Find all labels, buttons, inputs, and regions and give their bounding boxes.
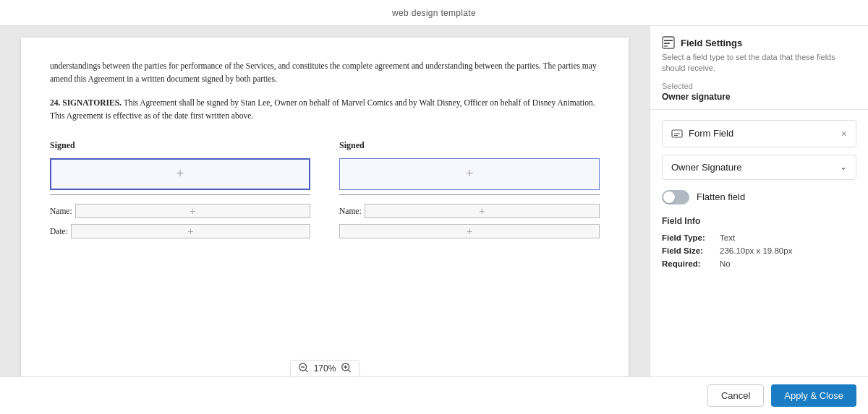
top-bar: web design template (0, 0, 868, 26)
doc-paragraph-1: understandings between the parties for p… (50, 59, 600, 86)
cancel-button[interactable]: Cancel (707, 384, 764, 407)
flatten-field-toggle[interactable] (662, 190, 689, 204)
sig-underline-1 (50, 194, 310, 195)
signature-block-2: Signed + Name: + + (339, 140, 600, 244)
zoom-controls: 170% (290, 360, 360, 376)
svg-line-6 (348, 370, 350, 372)
field-info-table: Field Type: Text Field Size: 236.10px x … (662, 233, 856, 268)
sig-underline-2 (339, 194, 600, 195)
field-type-key: Field Type: (662, 233, 720, 242)
field-size-key: Field Size: (662, 246, 720, 255)
flatten-field-label: Flatten field (697, 191, 745, 202)
plus-icon-name-1: + (190, 205, 195, 217)
field-type-value: Text (720, 233, 735, 242)
zoom-in-button[interactable] (339, 362, 353, 375)
flatten-field-toggle-row: Flatten field (662, 190, 856, 204)
date-field-row-2: + (339, 224, 600, 238)
zoom-level: 170% (314, 363, 336, 374)
dropdown-value: Owner Signature (671, 162, 742, 173)
name-label-2: Name: (339, 207, 362, 215)
svg-rect-10 (664, 46, 668, 47)
plus-icon-2: + (466, 166, 474, 181)
chevron-down-icon: ⌄ (840, 162, 847, 172)
document-area: understandings between the parties for p… (0, 26, 650, 376)
field-type-row: Field Type: Text (662, 233, 856, 242)
plus-icon-1: + (176, 166, 184, 181)
form-field-card: Form Field × (662, 120, 856, 147)
panel-header-row: Field Settings (662, 36, 856, 49)
zoom-in-icon (341, 363, 351, 373)
form-field-close-button[interactable]: × (841, 129, 847, 139)
owner-signature-dropdown[interactable]: Owner Signature ⌄ (662, 155, 856, 180)
panel-title: Field Settings (681, 38, 742, 48)
signed-label-1: Signed (50, 140, 310, 151)
form-field-label: Form Field (689, 128, 733, 139)
date-field-row-1: Date: + (50, 224, 310, 238)
panel-body: Form Field × Owner Signature ⌄ Flatten f… (650, 110, 868, 376)
date-input-2[interactable]: + (339, 224, 600, 238)
panel-subtitle: Select a field type to set the data that… (662, 52, 856, 74)
svg-line-2 (306, 370, 308, 372)
date-label-1: Date: (50, 227, 68, 236)
signature-input-box-2[interactable]: + (339, 158, 600, 190)
form-field-left: Form Field (671, 128, 733, 139)
doc-paragraph-2: 24. SIGNATORIES. This Agreement shall be… (50, 96, 600, 123)
name-input-2[interactable]: + (365, 204, 600, 218)
zoom-out-icon (299, 363, 309, 373)
name-field-row-2: Name: + (339, 204, 600, 218)
field-info-title: Field Info (662, 216, 856, 226)
plus-icon-date-1: + (187, 225, 193, 237)
bottom-bar: Cancel Apply & Close (0, 376, 868, 414)
plus-icon-date-2: + (467, 225, 472, 237)
zoom-out-button[interactable] (297, 362, 311, 375)
main-content: understandings between the parties for p… (0, 26, 868, 376)
selected-value: Owner signature (662, 92, 856, 102)
field-settings-icon (662, 36, 675, 49)
document-page: understandings between the parties for p… (21, 38, 629, 376)
top-bar-title: web design template (392, 8, 476, 18)
apply-close-button[interactable]: Apply & Close (771, 384, 856, 407)
section-body: This Agreement shall be signed by Stan L… (50, 98, 595, 120)
name-label-1: Name: (50, 207, 72, 215)
field-required-value: No (720, 259, 731, 268)
right-panel: Field Settings Select a field type to se… (650, 26, 868, 376)
toggle-knob (663, 191, 675, 203)
svg-rect-9 (664, 43, 670, 44)
name-field-row-1: Name: + (50, 204, 310, 218)
signature-block-1: Signed + Name: + Date: + (50, 140, 310, 244)
field-size-value: 236.10px x 19.80px (720, 246, 792, 255)
field-size-row: Field Size: 236.10px x 19.80px (662, 246, 856, 255)
selected-label: Selected (662, 82, 856, 90)
field-required-key: Required: (662, 259, 720, 268)
name-input-1[interactable]: + (75, 204, 310, 218)
form-field-icon (671, 128, 683, 139)
section-title: 24. SIGNATORIES. (50, 98, 122, 107)
signature-row: Signed + Name: + Date: + (50, 140, 600, 244)
plus-icon-name-2: + (479, 205, 485, 217)
panel-header: Field Settings Select a field type to se… (650, 26, 868, 110)
field-required-row: Required: No (662, 259, 856, 268)
signed-label-2: Signed (339, 140, 600, 151)
svg-rect-8 (664, 40, 673, 41)
date-input-1[interactable]: + (71, 224, 310, 238)
signature-input-box-1[interactable]: + (50, 158, 310, 190)
